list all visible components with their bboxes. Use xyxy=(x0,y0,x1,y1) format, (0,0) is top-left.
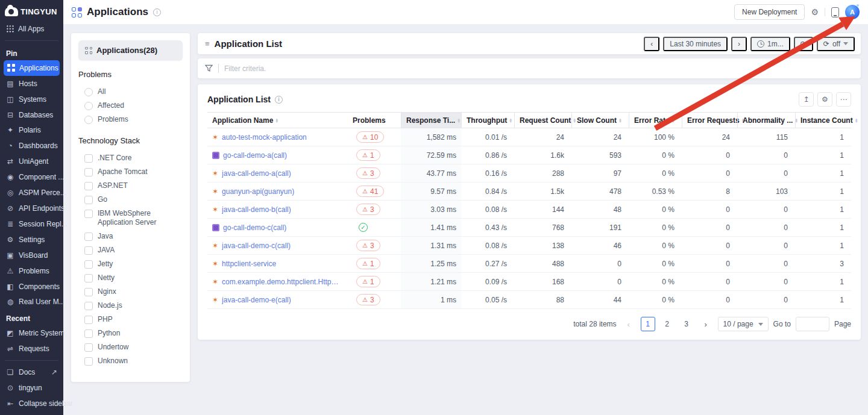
col-throughput[interactable]: Throughput▲▼ xyxy=(461,113,514,128)
col-request-count[interactable]: Request Count▲▼ xyxy=(514,113,571,128)
col-problems[interactable]: Problems xyxy=(348,113,401,128)
export-button[interactable]: ↥ xyxy=(799,92,814,107)
sidebar-item-settings[interactable]: ⚙Settings xyxy=(0,232,63,248)
problems-badge[interactable]: ⚠3 xyxy=(356,204,380,215)
page-1-button[interactable]: 1 xyxy=(641,317,655,331)
page-prev-button[interactable]: ‹ xyxy=(621,317,636,331)
sidebar-item-requests[interactable]: ⇌Requests xyxy=(0,341,63,357)
checkbox-websphere[interactable]: IBM WebSphere Application Server xyxy=(78,207,183,229)
problems-badge[interactable]: ⚠3 xyxy=(356,294,380,305)
info-icon[interactable]: i xyxy=(275,96,283,104)
sidebar-item-applications[interactable]: Applications xyxy=(4,60,60,76)
sidebar-item-systems[interactable]: ◫Systems xyxy=(0,92,63,107)
sidebar-item-visboard[interactable]: ▣VisBoard xyxy=(0,248,63,263)
ai-assistant-avatar[interactable]: A xyxy=(845,5,860,19)
problems-badge[interactable]: ⚠3 xyxy=(356,240,380,251)
page-next-button[interactable]: › xyxy=(699,317,713,331)
checkbox-tomcat[interactable]: Apache Tomcat xyxy=(78,165,183,179)
checkbox-icon[interactable] xyxy=(84,357,93,366)
tingyun-logo[interactable]: TINGYUN xyxy=(0,5,63,21)
collapse-panel-icon[interactable]: ≡ xyxy=(205,39,210,48)
sidebar-item-docs[interactable]: ❏ Docs ↗ xyxy=(0,364,63,380)
checkbox-nginx[interactable]: Nginx xyxy=(78,285,183,299)
sidebar-item-user[interactable]: ⊙tingyun xyxy=(0,380,63,396)
external-link-icon[interactable]: ↗ xyxy=(51,368,57,376)
checkbox-icon[interactable] xyxy=(84,210,93,218)
checkbox-icon[interactable] xyxy=(84,154,93,163)
page-2-button[interactable]: 2 xyxy=(660,317,675,331)
application-link[interactable]: java-call-demo-a(call) xyxy=(222,169,291,178)
sidebar-item-databases[interactable]: ⊟Databases xyxy=(0,107,63,123)
checkbox-icon[interactable] xyxy=(84,246,93,255)
col-application-name[interactable]: Application Name▲▼ xyxy=(207,113,348,128)
page-size-select[interactable]: 10 / page xyxy=(718,317,769,331)
checkbox-icon[interactable] xyxy=(84,182,93,190)
checkbox-python[interactable]: Python xyxy=(78,326,183,340)
radio-icon[interactable] xyxy=(84,116,93,124)
checkbox-icon[interactable] xyxy=(84,232,93,241)
goto-page-input[interactable] xyxy=(796,317,829,331)
problems-badge[interactable]: ⚠1 xyxy=(356,149,380,161)
problems-badge[interactable]: ⚠1 xyxy=(356,276,380,287)
checkbox-icon[interactable] xyxy=(84,288,93,296)
application-link[interactable]: com.example.demo.httpclient.HttpClientAp… xyxy=(222,278,343,286)
applications-count-tab[interactable]: Applications(28) xyxy=(78,40,183,60)
application-link[interactable]: java-call-demo-e(call) xyxy=(222,296,291,304)
sidebar-item-aspm[interactable]: ◎ASPM Perce... xyxy=(0,185,63,201)
problems-badge[interactable]: ⚠10 xyxy=(356,131,384,143)
sidebar-item-api-endpoints[interactable]: ⊘API Endpoints xyxy=(0,201,63,216)
auto-refresh-button[interactable]: ⟳ off xyxy=(817,37,855,51)
checkbox-icon[interactable] xyxy=(84,168,93,176)
time-prev-button[interactable]: ‹ xyxy=(644,37,659,51)
more-options-button[interactable]: ⋯ xyxy=(836,92,851,107)
interval-button[interactable]: 1m... xyxy=(750,37,790,51)
sidebar-item-dashboards[interactable]: ◔Dashboards xyxy=(0,138,63,154)
checkbox-nodejs[interactable]: Node.js xyxy=(78,299,183,313)
radio-affected[interactable]: Affected xyxy=(78,99,183,113)
checkbox-icon[interactable] xyxy=(84,260,93,269)
page-3-button[interactable]: 3 xyxy=(679,317,694,331)
checkbox-icon[interactable] xyxy=(84,329,93,338)
sidebar-item-collapse[interactable]: ⇤Collapse sidebar xyxy=(0,396,63,411)
col-instance-count[interactable]: Instance Count▲▼ xyxy=(795,113,851,128)
checkbox-php[interactable]: PHP xyxy=(78,313,183,326)
checkbox-netty[interactable]: Netty xyxy=(78,271,183,285)
device-icon[interactable] xyxy=(831,7,839,17)
info-icon[interactable]: i xyxy=(153,8,161,16)
checkbox-java2[interactable]: JAVA xyxy=(78,243,183,257)
sidebar-item-real-user[interactable]: ◍Real User M... xyxy=(0,295,63,310)
checkbox-icon[interactable] xyxy=(84,302,93,310)
checkbox-unknown[interactable]: Unknown xyxy=(78,354,183,368)
col-error-requests[interactable]: Error Requests▲▼ xyxy=(682,113,737,128)
col-error-rate[interactable]: Error Rate▲▼ xyxy=(629,113,682,128)
col-response-time[interactable]: Response Ti...▲▼ xyxy=(401,113,461,128)
problems-badge[interactable]: ⚠1 xyxy=(356,258,380,269)
filter-criteria-input[interactable] xyxy=(224,64,854,73)
sidebar-item-component[interactable]: ◉Component ... xyxy=(0,169,63,185)
sidebar-item-hosts[interactable]: ▤Hosts xyxy=(0,76,63,92)
column-settings-button[interactable]: ⚙ xyxy=(817,92,832,107)
problems-badge[interactable]: ⚠41 xyxy=(356,186,384,197)
sidebar-item-uniagent[interactable]: ⇄UniAgent xyxy=(0,154,63,169)
sidebar-item-problems[interactable]: ⚠Problems xyxy=(0,263,63,279)
checkbox-netcore[interactable]: .NET Core xyxy=(78,151,183,165)
checkbox-undertow[interactable]: Undertow xyxy=(78,340,183,354)
checkbox-java[interactable]: Java xyxy=(78,229,183,243)
application-link[interactable]: go-call-demo-a(call) xyxy=(223,151,287,160)
refresh-button[interactable]: ⟳ xyxy=(794,37,813,51)
application-link[interactable]: java-call-demo-c(call) xyxy=(222,242,291,250)
checkbox-aspnet[interactable]: ASP.NET xyxy=(78,179,183,193)
col-slow-count[interactable]: Slow Count▲▼ xyxy=(571,113,629,128)
radio-icon[interactable] xyxy=(84,102,93,110)
application-link[interactable]: auto-test-mock-application xyxy=(222,133,307,142)
application-link[interactable]: httpclient-service xyxy=(222,260,276,268)
problems-badge[interactable]: ⚠3 xyxy=(356,167,380,179)
application-link[interactable]: guanyun-api(guanyun) xyxy=(222,187,294,196)
gear-icon[interactable]: ⚙ xyxy=(811,7,819,17)
checkbox-go[interactable]: Go xyxy=(78,193,183,207)
radio-icon[interactable] xyxy=(84,88,93,96)
radio-problems[interactable]: Problems xyxy=(78,113,183,126)
time-range-button[interactable]: Last 30 minutes xyxy=(663,37,728,51)
checkbox-icon[interactable] xyxy=(84,196,93,204)
sidebar-item-all-apps[interactable]: All Apps xyxy=(0,21,63,37)
